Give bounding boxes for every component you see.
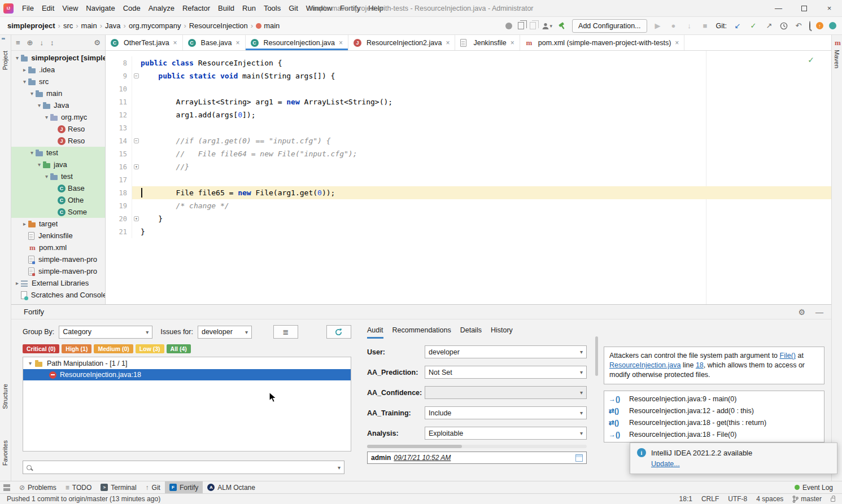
- code-line-16[interactable]: 16▾ //}: [106, 160, 831, 173]
- breadcrumb-item-main[interactable]: main: [254, 20, 281, 31]
- code-line-15[interactable]: 15 // File file64 = new File("input.cfg"…: [106, 147, 831, 160]
- issue-search-box[interactable]: ▾: [23, 461, 344, 474]
- trace-row[interactable]: ⇄()ResourceInjection.java:18 - get(this …: [604, 417, 824, 428]
- form-select-aa-training[interactable]: Include▾: [425, 406, 587, 419]
- trace-row[interactable]: ⇄()ResourceInjection.java:12 - add(0 : t…: [604, 405, 824, 417]
- git-commit-icon[interactable]: ✓: [748, 21, 758, 30]
- tab-close-icon[interactable]: ×: [339, 39, 343, 47]
- toolwindow-button-terminal[interactable]: >Terminal: [96, 481, 141, 494]
- line-number[interactable]: 19: [106, 202, 132, 210]
- issue-list-view-button[interactable]: ≣: [273, 325, 298, 339]
- tab-close-icon[interactable]: ×: [236, 39, 240, 47]
- trace-row[interactable]: →()ResourceInjection.java:9 - main(0): [604, 393, 824, 405]
- toolwindow-button-maven[interactable]: Maven: [834, 50, 840, 68]
- code-line-19[interactable]: 19 /* change */: [106, 199, 831, 212]
- line-number[interactable]: 12: [106, 111, 132, 119]
- audit-tab-recommendations[interactable]: Recommendations: [392, 326, 451, 339]
- tab-pom-xml-simple-maven-project-with-tests[interactable]: mpom.xml (simple-maven-project-with-test…: [520, 35, 684, 50]
- scrollbar-thumb[interactable]: [367, 445, 462, 448]
- menu-git[interactable]: Git: [285, 2, 302, 15]
- breadcrumb-item-main[interactable]: main: [80, 20, 99, 31]
- expand-collapse-icon[interactable]: ↕: [50, 38, 54, 47]
- refresh-issues-button[interactable]: [326, 325, 351, 339]
- code-line-21[interactable]: 21}: [106, 225, 831, 238]
- line-number[interactable]: 9: [106, 72, 132, 80]
- chevron-down-icon[interactable]: ▾: [36, 102, 43, 108]
- code-line-8[interactable]: 8public class ResourceInjection {: [106, 56, 831, 69]
- scrollbar-thumb[interactable]: [595, 336, 598, 376]
- tree-item-pom-xml[interactable]: mpom.xml: [11, 242, 105, 253]
- fold-marker-icon[interactable]: ▾: [132, 160, 141, 173]
- chevron-right-icon[interactable]: ▸: [21, 67, 28, 73]
- chevron-down-icon[interactable]: ▾: [14, 55, 21, 61]
- menu-file[interactable]: File: [18, 2, 38, 15]
- tree-item-base[interactable]: CBase: [11, 182, 105, 194]
- line-number[interactable]: 20: [106, 215, 132, 223]
- form-select-user[interactable]: developer▾: [425, 345, 587, 358]
- toolwindow-button-problems[interactable]: ⊘Problems: [15, 481, 61, 494]
- toolwindow-button-todo[interactable]: ≡TODO: [61, 481, 96, 494]
- breadcrumb-item-src[interactable]: src: [62, 20, 75, 31]
- horizontal-scrollbar[interactable]: [367, 445, 587, 448]
- chevron-right-icon[interactable]: ▸: [14, 280, 21, 286]
- project-settings-gear-icon[interactable]: ⚙: [94, 38, 101, 47]
- tree-item-org-myc[interactable]: ▾org.myc: [11, 111, 105, 123]
- form-select-analysis[interactable]: Exploitable▾: [425, 427, 587, 440]
- menu-analyze[interactable]: Analyze: [145, 2, 178, 15]
- issue-row[interactable]: ResourceInjection.java:18: [23, 369, 351, 380]
- severity-chip-medium-0[interactable]: Medium (0): [94, 344, 133, 353]
- tab-jenkinsfile[interactable]: Jenkinsfile×: [455, 35, 520, 50]
- tree-item-simple-maven-pro[interactable]: simple-maven-pro: [11, 253, 105, 265]
- tree-item-target[interactable]: ▸target: [11, 218, 105, 230]
- toolwindow-button-project[interactable]: Project: [2, 51, 8, 70]
- tree-item-src[interactable]: ▾src: [11, 76, 105, 87]
- fold-marker-icon[interactable]: −: [132, 69, 141, 82]
- project-toolwindow-icon[interactable]: [2, 40, 5, 48]
- toolwindow-button-structure[interactable]: Structure: [2, 384, 8, 409]
- tab-resourceinjection2-java[interactable]: JResourceInjection2.java×: [348, 35, 455, 50]
- user-menu[interactable]: ▾: [542, 22, 553, 30]
- close-button[interactable]: ×: [817, 0, 842, 17]
- comment-export-icon[interactable]: [575, 454, 583, 462]
- search-everywhere-icon[interactable]: [809, 21, 810, 30]
- tree-item-reso[interactable]: JReso: [11, 123, 105, 135]
- code-line-18[interactable]: 18 File file65 = new File(arg1.get(0));: [106, 186, 831, 199]
- issue-group-row[interactable]: ▾Path Manipulation - [1 / 1]: [23, 357, 351, 369]
- audit-comment-row[interactable]: admin 09/17/21 10:52 AM: [367, 452, 587, 464]
- undo-icon[interactable]: ↶: [793, 21, 804, 30]
- line-number[interactable]: 8: [106, 59, 132, 67]
- line-number[interactable]: 13: [106, 124, 132, 132]
- line-number[interactable]: 18: [106, 189, 132, 197]
- chevron-down-icon[interactable]: ▾: [28, 150, 36, 156]
- tab-close-icon[interactable]: ×: [446, 39, 450, 47]
- write-protect-indicator[interactable]: [831, 496, 835, 502]
- severity-chip-critical-0[interactable]: Critical (0): [23, 344, 59, 353]
- menu-run[interactable]: Run: [238, 2, 260, 15]
- git-branch-indicator[interactable]: master: [792, 495, 822, 503]
- chevron-down-icon[interactable]: ▾: [27, 360, 34, 366]
- line-number[interactable]: 15: [106, 150, 132, 158]
- tab-close-icon[interactable]: ×: [173, 39, 177, 47]
- tree-item-external-libraries[interactable]: ▸External Libraries: [11, 277, 105, 289]
- code-line-13[interactable]: 13: [106, 121, 831, 134]
- tab-base-java[interactable]: CBase.java×: [183, 35, 246, 50]
- record-icon[interactable]: [505, 23, 512, 29]
- toolwindow-button-favorites[interactable]: Favorites: [2, 440, 8, 466]
- tree-item-idea[interactable]: ▸.idea: [11, 64, 105, 76]
- code-editor[interactable]: ✓ 8public class ResourceInjection {9− pu…: [106, 51, 831, 304]
- chevron-down-icon[interactable]: ▾: [28, 90, 36, 97]
- build-hammer-icon[interactable]: [558, 21, 566, 30]
- tree-item-test[interactable]: ▾test: [11, 147, 105, 159]
- audit-tab-history[interactable]: History: [491, 326, 513, 339]
- scroll-to-source-icon[interactable]: ↓: [40, 38, 44, 47]
- breadcrumb-item-org-mycompany[interactable]: org.mycompany: [127, 20, 182, 31]
- tree-item-simple-maven-pro[interactable]: simple-maven-pro: [11, 265, 105, 277]
- code-line-17[interactable]: 17: [106, 173, 831, 186]
- tree-item-scratches-and-console[interactable]: Scratches and Console: [11, 289, 105, 301]
- gradle-status-icon[interactable]: [829, 22, 836, 29]
- chevron-down-icon[interactable]: ▾: [338, 464, 341, 471]
- chevron-right-icon[interactable]: ▸: [21, 221, 28, 227]
- encoding-indicator[interactable]: UTF-8: [728, 495, 747, 503]
- fortify-settings-gear-icon[interactable]: ⚙: [798, 308, 805, 317]
- menu-navigate[interactable]: Navigate: [82, 2, 119, 15]
